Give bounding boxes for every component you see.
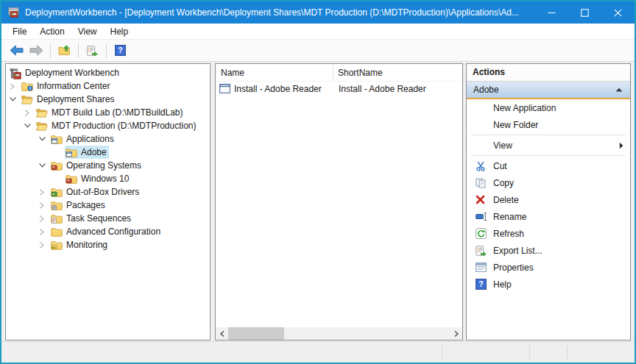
chevron-collapsed-icon[interactable]	[9, 82, 18, 90]
tree-item-deployment-shares[interactable]: Deployment Shares	[6, 93, 210, 106]
tree-item-label: Packages	[66, 199, 105, 212]
action-new-folder[interactable]: New Folder	[467, 116, 630, 133]
action-export-list[interactable]: Export List...	[467, 242, 630, 259]
folder-driver-icon	[51, 188, 63, 197]
chevron-expanded-icon[interactable]	[24, 122, 32, 129]
tree-item-information-center[interactable]: iInformation Center	[6, 79, 210, 93]
action-refresh[interactable]: Refresh	[467, 225, 630, 242]
status-bar-divider	[529, 346, 530, 359]
toolbar-up-one-level-button[interactable]	[54, 41, 74, 60]
tree-item-label: Task Sequences	[66, 212, 131, 225]
maximize-icon	[581, 9, 589, 17]
toolbar-forward-button[interactable]	[26, 41, 46, 60]
folder-monitor-icon	[51, 240, 63, 250]
up-one-level-icon	[58, 45, 71, 56]
maximize-button[interactable]	[568, 1, 601, 24]
folder-info-icon: i	[21, 82, 33, 91]
action-new-application[interactable]: New Application	[467, 99, 630, 116]
action-label: New Folder	[493, 120, 538, 130]
menu-action[interactable]: Action	[33, 25, 71, 38]
folder-app-icon	[51, 135, 63, 144]
horizontal-scrollbar[interactable]	[216, 327, 462, 340]
tree-item-adobe[interactable]: Adobe	[6, 146, 210, 159]
list-body: Install - Adobe ReaderInstall - Adobe Re…	[216, 82, 462, 96]
action-label: New Application	[493, 103, 556, 113]
tree-item-monitoring[interactable]: Monitoring	[6, 238, 210, 251]
svg-text:?: ?	[478, 279, 483, 288]
action-properties[interactable]: Properties	[467, 259, 630, 276]
minimize-button[interactable]	[535, 1, 568, 24]
tree-item-advanced-configuration[interactable]: Advanced Configuration	[6, 225, 210, 238]
tree-item-mdt-build-lab-d-mdtbuildlab[interactable]: MDT Build Lab (D:\MDTBuildLab)	[6, 106, 210, 119]
back-arrow-icon	[10, 45, 24, 56]
rename-icon	[476, 212, 487, 221]
results-pane: Name ShortName Install - Adobe ReaderIns…	[215, 63, 463, 340]
collapse-group-icon[interactable]	[615, 88, 623, 92]
action-label: Export List...	[493, 246, 543, 256]
tree-item-windows-10[interactable]: Windows 10	[6, 172, 210, 185]
forward-arrow-icon	[29, 45, 43, 56]
action-label: Rename	[493, 212, 526, 222]
toolbar-help-button[interactable]: ?	[110, 41, 130, 60]
titlebar: DeploymentWorkbench - [Deployment Workbe…	[1, 1, 635, 24]
chevron-collapsed-icon[interactable]	[38, 241, 47, 249]
tree-item-mdt-production-d-mdtproduction[interactable]: MDT Production (D:\MDTProduction)	[6, 119, 210, 132]
menu-bar: FileActionViewHelp	[1, 24, 635, 39]
list-row-install-adobe-reader[interactable]: Install - Adobe ReaderInstall - Adobe Re…	[216, 82, 462, 96]
menu-help[interactable]: Help	[104, 25, 135, 38]
list-cell-name: Install - Adobe Reader	[234, 84, 322, 94]
tree-item-deployment-workbench[interactable]: Deployment Workbench	[6, 66, 210, 79]
action-rename[interactable]: Rename	[467, 208, 630, 225]
folder-os-icon	[66, 174, 77, 184]
chevron-expanded-icon[interactable]	[9, 96, 18, 102]
toolbar-export-list-button[interactable]	[82, 41, 102, 60]
console-tree-pane: Deployment WorkbenchiInformation CenterD…	[5, 63, 211, 340]
action-copy[interactable]: Copy	[467, 174, 630, 191]
folder-package-icon	[51, 201, 63, 210]
chevron-collapsed-icon[interactable]	[38, 188, 47, 196]
toolbar-separator	[50, 43, 51, 58]
menu-file[interactable]: File	[6, 25, 33, 38]
chevron-collapsed-icon[interactable]	[24, 109, 32, 117]
help-icon: ?	[115, 45, 126, 56]
properties-icon	[476, 263, 487, 272]
chevron-expanded-icon[interactable]	[38, 162, 47, 168]
column-header-name[interactable]: Name	[216, 64, 333, 81]
chevron-collapsed-icon[interactable]	[38, 201, 47, 210]
deployment-workbench-window: DeploymentWorkbench - [Deployment Workbe…	[0, 0, 636, 364]
tree-item-operating-systems[interactable]: Operating Systems	[6, 159, 210, 172]
chevron-collapsed-icon[interactable]	[38, 215, 47, 223]
tree-item-task-sequences[interactable]: Task Sequences	[6, 212, 210, 225]
toolbar-back-button[interactable]	[7, 41, 26, 60]
action-view[interactable]: View	[467, 137, 630, 154]
window-title: DeploymentWorkbench - [Deployment Workbe…	[25, 7, 535, 18]
workbench-icon	[10, 68, 21, 78]
tree-item-applications[interactable]: Applications	[6, 132, 210, 146]
folder-plain-icon	[51, 227, 63, 237]
content-area: Deployment WorkbenchiInformation CenterD…	[1, 62, 635, 341]
column-header-shortname[interactable]: ShortName	[333, 64, 462, 81]
tree-item-out-of-box-drivers[interactable]: Out-of-Box Drivers	[6, 185, 210, 199]
toolbar: ?	[1, 39, 635, 62]
status-bar-divider	[442, 346, 442, 359]
scrollbar-thumb[interactable]	[228, 327, 284, 340]
action-label: Properties	[493, 263, 534, 273]
action-help[interactable]: ?Help	[467, 276, 630, 293]
tree-item-label: MDT Production (D:\MDTProduction)	[52, 119, 197, 132]
scroll-left-icon	[219, 330, 225, 338]
scroll-right-button[interactable]	[450, 327, 462, 340]
close-button[interactable]	[601, 1, 635, 24]
scroll-left-button[interactable]	[216, 327, 228, 340]
actions-group-header-adobe[interactable]: Adobe	[467, 82, 630, 99]
chevron-expanded-icon[interactable]	[38, 135, 47, 142]
folder-open-icon	[36, 108, 48, 118]
delete-icon	[476, 195, 485, 204]
action-delete[interactable]: Delete	[467, 191, 630, 208]
tree-item-packages[interactable]: Packages	[6, 199, 210, 212]
menu-view[interactable]: View	[71, 25, 104, 38]
action-cut[interactable]: Cut	[467, 157, 630, 174]
chevron-collapsed-icon[interactable]	[38, 228, 47, 236]
folder-os-icon	[51, 161, 63, 171]
action-label: Delete	[493, 195, 519, 205]
tree-item-label: Operating Systems	[66, 159, 141, 172]
